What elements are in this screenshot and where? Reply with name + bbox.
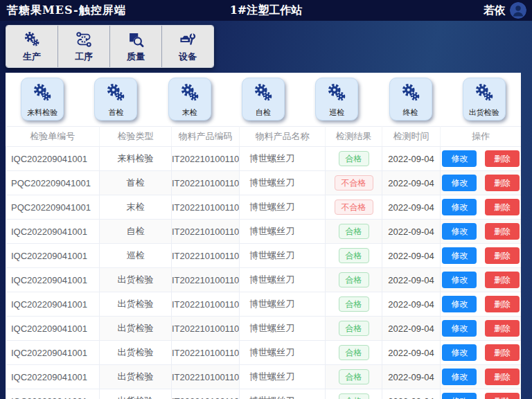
- delete-button[interactable]: 删除: [485, 320, 520, 337]
- cell-material-code: IT2022101001101: [172, 389, 240, 399]
- edit-button[interactable]: 修改: [442, 150, 477, 167]
- cell-inspection-id: IQC202209041001: [6, 268, 100, 292]
- nav-tab-label: 工序: [75, 51, 93, 63]
- edit-button[interactable]: 修改: [442, 369, 477, 385]
- cell-result: 合格: [326, 220, 382, 244]
- cell-inspection-type: 末检: [100, 195, 172, 220]
- edit-button[interactable]: 修改: [442, 272, 477, 288]
- double-gear-icon: [400, 82, 421, 107]
- edit-button[interactable]: 修改: [442, 393, 477, 399]
- inspection-button-label: 出货检验: [469, 107, 499, 118]
- result-badge: 不合格: [335, 200, 373, 215]
- cell-actions: 修改 删除: [441, 389, 522, 399]
- inspection-button[interactable]: 终检: [389, 78, 432, 121]
- user-avatar-icon[interactable]: [510, 2, 526, 19]
- cell-material-name: 博世螺丝刀: [240, 195, 326, 220]
- edit-button[interactable]: 修改: [442, 320, 477, 337]
- nav-tab-1[interactable]: 生产: [6, 26, 58, 67]
- cell-date: 2022-09-04: [382, 147, 441, 171]
- table-row: IQC202209041001 自检 IT2022101001101 博世螺丝刀…: [6, 220, 522, 244]
- delete-button[interactable]: 删除: [485, 272, 520, 288]
- table-row: IQC202209041001 出货检验 IT2022101001101 博世螺…: [6, 292, 522, 317]
- cell-inspection-type: 自检: [100, 220, 172, 244]
- cell-date: 2022-09-04: [382, 220, 441, 244]
- cell-date: 2022-09-04: [382, 365, 441, 389]
- cell-inspection-type: 来料检验: [100, 147, 172, 171]
- cell-actions: 修改 删除: [441, 292, 522, 317]
- delete-button[interactable]: 删除: [485, 199, 520, 215]
- cell-actions: 修改 删除: [441, 268, 522, 292]
- nav-tab-2[interactable]: 工序: [58, 26, 110, 67]
- table-row: IQC202209041001 来料检验 IT2022101001101 博世螺…: [6, 147, 522, 171]
- quality-magnifier-icon: [127, 30, 145, 48]
- double-gear-icon: [32, 82, 53, 107]
- column-header: 操作: [441, 127, 522, 147]
- cell-material-code: IT2022101001101: [172, 341, 240, 365]
- cell-material-code: IT2022101001101: [172, 292, 240, 317]
- inspection-button[interactable]: 首检: [94, 78, 137, 121]
- edit-button[interactable]: 修改: [442, 296, 477, 312]
- nav-tab-3[interactable]: 质量: [110, 26, 162, 67]
- cell-material-name: 博世螺丝刀: [240, 220, 326, 244]
- cell-actions: 修改 删除: [441, 317, 522, 341]
- cell-inspection-type: 出货检验: [100, 341, 172, 365]
- inspection-button[interactable]: 出货检验: [463, 78, 506, 121]
- cell-inspection-id: IQC202209041001: [6, 244, 100, 268]
- table-header-row: 检验单编号检验类型物料产品编码物料产品名称检测结果检测时间操作: [6, 127, 522, 147]
- nav-tab-label: 设备: [179, 51, 197, 63]
- edit-button[interactable]: 修改: [442, 199, 477, 215]
- delete-button[interactable]: 删除: [485, 393, 520, 399]
- delete-button[interactable]: 删除: [485, 150, 520, 167]
- top-bar: 苦糖果MES-触控屏端 1#注塑工作站 若依: [0, 0, 532, 21]
- edit-button[interactable]: 修改: [442, 223, 477, 240]
- table-row: PQC202209041001 首检 IT2022101001101 博世螺丝刀…: [6, 171, 522, 195]
- cell-inspection-id: IQC202209041001: [6, 389, 100, 399]
- cell-material-code: IT2022101001101: [172, 365, 240, 389]
- edit-button[interactable]: 修改: [442, 175, 477, 191]
- result-badge: 合格: [339, 393, 369, 399]
- table-row: IQC202209041001 出货检验 IT2022101001101 博世螺…: [6, 365, 522, 389]
- nav-tab-label: 生产: [23, 51, 41, 63]
- content-panel: 来料检验 首检 末检 自检: [6, 73, 521, 399]
- cell-material-code: IT2022101001101: [172, 317, 240, 341]
- delete-button[interactable]: 删除: [485, 247, 520, 264]
- cell-date: 2022-09-04: [382, 317, 441, 341]
- column-header: 物料产品编码: [172, 127, 240, 147]
- cell-date: 2022-09-04: [382, 195, 441, 220]
- cell-inspection-id: IQC202209041001: [6, 220, 100, 244]
- inspection-button-row: 来料检验 首检 末检 自检: [6, 73, 521, 126]
- inspection-button[interactable]: 来料检验: [21, 78, 64, 121]
- cell-result: 不合格: [326, 195, 382, 220]
- table-row: IQC202209041001 巡检 IT2022101001101 博世螺丝刀…: [6, 244, 522, 268]
- gears-icon: [23, 30, 41, 48]
- cell-inspection-type: 出货检验: [100, 292, 172, 317]
- cell-date: 2022-09-04: [382, 341, 441, 365]
- edit-button[interactable]: 修改: [442, 344, 477, 361]
- cell-material-code: IT2022101001101: [172, 195, 240, 220]
- column-header: 检测结果: [326, 127, 382, 147]
- delete-button[interactable]: 删除: [485, 296, 520, 312]
- delete-button[interactable]: 删除: [485, 175, 520, 191]
- inspection-button[interactable]: 自检: [242, 78, 285, 121]
- user-menu[interactable]: 若依: [484, 2, 526, 19]
- inspection-button-label: 巡检: [329, 107, 344, 118]
- double-gear-icon: [253, 82, 274, 107]
- cell-inspection-id: IQC202209041001: [6, 365, 100, 389]
- nav-tab-group: 生产 工序 质量 设备: [6, 25, 214, 68]
- cell-result: 合格: [326, 389, 382, 399]
- inspection-button[interactable]: 巡检: [315, 78, 358, 121]
- cell-inspection-id: PQC202209041001: [6, 171, 100, 195]
- cell-date: 2022-09-04: [382, 389, 441, 399]
- inspection-button[interactable]: 末检: [168, 78, 211, 121]
- cell-inspection-id: IQC202209041001: [6, 341, 100, 365]
- delete-button[interactable]: 删除: [485, 223, 520, 240]
- table-row: IQC202209041001 出货检验 IT2022101001101 博世螺…: [6, 389, 522, 399]
- delete-button[interactable]: 删除: [485, 344, 520, 361]
- result-badge: 合格: [339, 272, 369, 287]
- inspection-table-header: 检验单编号检验类型物料产品编码物料产品名称检测结果检测时间操作: [6, 127, 522, 147]
- nav-tab-4[interactable]: 设备: [162, 26, 213, 67]
- inspection-button-label: 末检: [182, 107, 197, 118]
- edit-button[interactable]: 修改: [442, 247, 477, 264]
- table-row: IQC202209041001 出货检验 IT2022101001101 博世螺…: [6, 341, 522, 365]
- delete-button[interactable]: 删除: [485, 369, 520, 385]
